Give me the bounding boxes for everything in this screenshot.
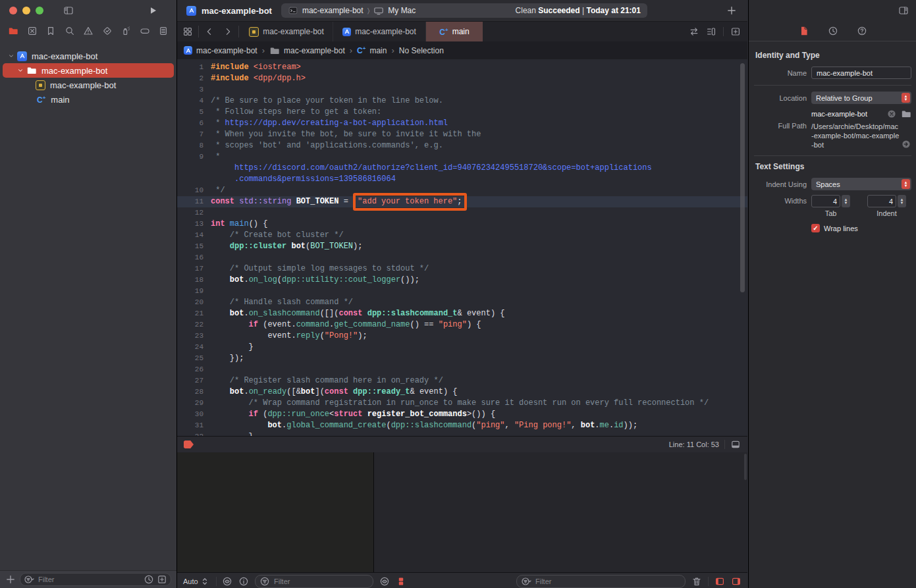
code-line[interactable]: 9 * bbox=[177, 151, 747, 163]
code-line[interactable]: 17 /* Output simple log messages to stdo… bbox=[177, 263, 747, 275]
history-inspector-icon[interactable] bbox=[828, 26, 838, 36]
code-line[interactable]: 1#include <iostream> bbox=[177, 62, 747, 73]
destination-name[interactable]: My Mac bbox=[388, 6, 416, 15]
code-line[interactable]: 23 event.reply("Pong!"); bbox=[177, 331, 747, 342]
toggle-inspector-icon[interactable] bbox=[898, 5, 909, 16]
hide-variables-icon[interactable] bbox=[222, 576, 232, 587]
tree-item-project[interactable]: mac-example-bot bbox=[0, 49, 176, 63]
console-io-filter-icon[interactable] bbox=[396, 576, 406, 587]
tree-item-target[interactable]: mac-example-bot bbox=[0, 78, 176, 92]
recent-files-icon[interactable] bbox=[144, 574, 154, 585]
code-line[interactable]: .commands&permissions=139586816064 bbox=[177, 174, 747, 185]
code-line[interactable]: 21 bot.on_slashcommand([](const dpp::sla… bbox=[177, 308, 747, 319]
go-forward-icon[interactable] bbox=[219, 22, 237, 41]
reveal-in-finder-icon[interactable] bbox=[901, 139, 911, 149]
minimize-window-button[interactable] bbox=[22, 7, 30, 14]
code-line[interactable]: 2#include <dpp/dpp.h> bbox=[177, 73, 747, 84]
file-inspector-icon[interactable] bbox=[799, 26, 809, 36]
reports-navigator-icon[interactable] bbox=[158, 26, 169, 36]
code-line[interactable]: 3 bbox=[177, 84, 747, 95]
clear-location-icon[interactable] bbox=[886, 109, 897, 119]
breakpoint-indicator-icon[interactable] bbox=[184, 441, 194, 448]
code-line[interactable]: 15 dpp::cluster bot(BOT_TOKEN); bbox=[177, 241, 747, 252]
tests-navigator-icon[interactable] bbox=[102, 26, 113, 36]
issues-navigator-icon[interactable] bbox=[83, 26, 94, 36]
breadcrumb-file[interactable]: C+ main bbox=[357, 46, 387, 55]
tree-item-group-selected[interactable]: mac-example-bot bbox=[3, 63, 174, 78]
name-field[interactable] bbox=[811, 67, 911, 79]
chevron-down-icon[interactable] bbox=[8, 51, 14, 61]
tab-main-active[interactable]: C+ main bbox=[426, 22, 483, 41]
code-line[interactable]: 6 * https://dpp.dev/creating-a-bot-appli… bbox=[177, 118, 747, 129]
flagged-files-icon[interactable] bbox=[157, 574, 167, 585]
code-line[interactable]: 20 /* Handle slash command */ bbox=[177, 297, 747, 308]
code-review-icon[interactable] bbox=[689, 26, 699, 37]
code-line[interactable]: https://discord.com/oauth2/authorize?cli… bbox=[177, 163, 747, 174]
code-line[interactable]: 13int main() { bbox=[177, 219, 747, 230]
navigator-filter-input[interactable] bbox=[37, 575, 141, 584]
build-status[interactable]: Clean Succeeded | Today at 21:01 bbox=[516, 6, 641, 15]
console-filter-field[interactable] bbox=[516, 575, 686, 588]
dock-debug-right-icon[interactable] bbox=[731, 576, 741, 587]
code-line[interactable]: 32 } bbox=[177, 431, 747, 436]
code-line[interactable]: 14 /* Create bot cluster */ bbox=[177, 230, 747, 241]
code-line[interactable]: 8 * scopes 'bot' and 'applications.comma… bbox=[177, 140, 747, 151]
add-file-button[interactable] bbox=[5, 574, 16, 585]
variables-info-icon[interactable] bbox=[238, 576, 249, 587]
navigator-filter-field[interactable] bbox=[20, 573, 171, 586]
tab-width-input[interactable] bbox=[812, 196, 840, 207]
code-line[interactable]: 16 bbox=[177, 252, 747, 263]
indent-width-stepper[interactable]: ▲▼ bbox=[898, 195, 906, 207]
code-line[interactable]: 24 } bbox=[177, 342, 747, 353]
add-editor-icon[interactable] bbox=[730, 26, 741, 37]
go-back-icon[interactable] bbox=[200, 22, 219, 41]
bookmarks-navigator-icon[interactable] bbox=[45, 26, 56, 36]
wrap-lines-checkbox[interactable]: ✓ bbox=[811, 224, 820, 232]
code-line[interactable]: 28 bot.on_ready([&bot](const dpp::ready_… bbox=[177, 387, 747, 398]
variables-scope-dropdown[interactable]: Auto bbox=[183, 576, 210, 587]
clear-console-icon[interactable] bbox=[691, 576, 702, 587]
tab-width-field[interactable] bbox=[811, 195, 840, 207]
tab-mac-example-bot-target[interactable]: mac-example-bot bbox=[240, 22, 333, 41]
indent-using-dropdown[interactable]: Spaces ▲▼ bbox=[811, 178, 911, 190]
name-input[interactable] bbox=[815, 68, 907, 78]
breadcrumb-selection[interactable]: No Selection bbox=[399, 46, 444, 55]
editor-only-layout-icon[interactable] bbox=[730, 439, 741, 450]
scheme-name[interactable]: mac-example-bot bbox=[302, 6, 364, 15]
code-line[interactable]: 25 }); bbox=[177, 353, 747, 364]
breakpoints-navigator-icon[interactable] bbox=[140, 26, 150, 36]
code-line[interactable]: 18 bot.on_log(dpp::utility::cout_logger(… bbox=[177, 275, 747, 286]
close-window-button[interactable] bbox=[9, 7, 17, 14]
console-view[interactable] bbox=[374, 452, 747, 572]
debug-navigator-icon[interactable] bbox=[121, 26, 131, 36]
indent-width-input[interactable] bbox=[868, 196, 896, 207]
tab-mac-example-bot-project[interactable]: mac-example-bot bbox=[333, 22, 426, 41]
code-line[interactable]: 19 bbox=[177, 286, 747, 297]
source-control-navigator-icon[interactable] bbox=[27, 26, 38, 36]
zoom-window-button[interactable] bbox=[36, 7, 43, 14]
code-line[interactable]: 31 bot.global_command_create(dpp::slashc… bbox=[177, 420, 747, 431]
code-line[interactable]: 4/* Be sure to place your token in the l… bbox=[177, 95, 747, 107]
scheme-selector[interactable]: mac-example-bot 〉 My Mac Clean Succeeded… bbox=[281, 3, 647, 18]
breadcrumb-project[interactable]: mac-example-bot bbox=[184, 46, 257, 55]
code-line[interactable]: 27 /* Register slash command here in on_… bbox=[177, 375, 747, 387]
quick-help-inspector-icon[interactable] bbox=[857, 26, 867, 36]
library-add-icon[interactable] bbox=[726, 5, 737, 16]
indent-width-field[interactable] bbox=[867, 195, 896, 207]
code-editor[interactable]: 1#include <iostream>2#include <dpp/dpp.h… bbox=[177, 59, 747, 436]
minimap-icon[interactable] bbox=[706, 26, 716, 37]
dock-debug-left-icon[interactable] bbox=[714, 576, 725, 587]
code-line[interactable]: 26 bbox=[177, 364, 747, 375]
code-line[interactable]: 30 if (dpp::run_once<struct register_bot… bbox=[177, 409, 747, 420]
editor-scrollbar[interactable] bbox=[740, 63, 745, 292]
console-filter-input[interactable] bbox=[534, 577, 681, 586]
tab-width-stepper[interactable]: ▲▼ bbox=[842, 195, 850, 207]
choose-folder-icon[interactable] bbox=[901, 109, 911, 119]
variables-filter-input[interactable] bbox=[273, 577, 369, 586]
tree-item-main[interactable]: C+ main bbox=[0, 92, 176, 107]
code-line[interactable]: 11const std::string BOT_TOKEN = "add you… bbox=[177, 196, 747, 207]
code-line[interactable]: 7 * When you invite the bot, be sure to … bbox=[177, 129, 747, 140]
code-line[interactable]: 5 * Follow steps here to get a token: bbox=[177, 107, 747, 118]
search-navigator-icon[interactable] bbox=[65, 26, 75, 36]
variables-filter-field[interactable] bbox=[255, 575, 373, 588]
